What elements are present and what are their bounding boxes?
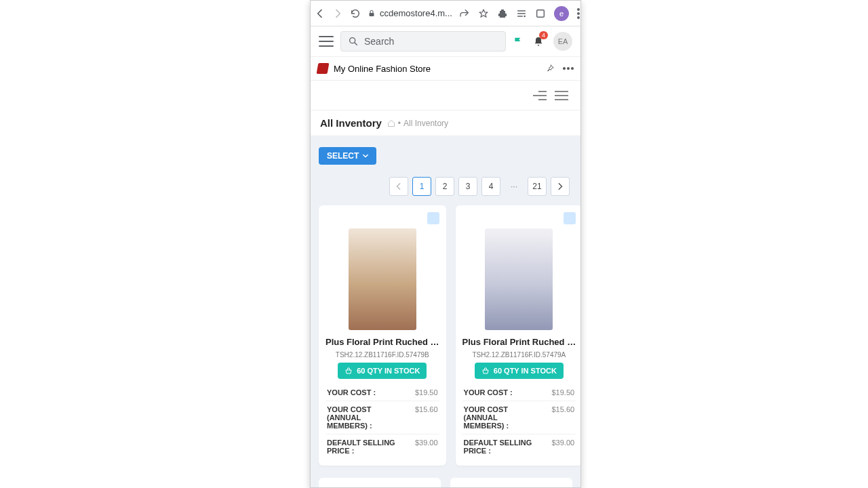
stock-label: 60 QTY IN STOCK xyxy=(357,367,420,375)
heading-row: All Inventory • All Inventory xyxy=(311,110,580,136)
profile-avatar[interactable]: e xyxy=(554,6,569,21)
cost-value: $19.50 xyxy=(552,388,575,396)
home-icon[interactable] xyxy=(387,119,395,127)
reading-list-icon[interactable] xyxy=(516,8,527,19)
page-last[interactable]: 21 xyxy=(528,177,547,196)
breadcrumb-sep: • xyxy=(398,119,401,128)
lock-icon xyxy=(368,9,376,18)
breadcrumb-current: All Inventory xyxy=(403,119,448,128)
select-checkbox[interactable] xyxy=(564,212,576,224)
view-toolbar xyxy=(311,81,580,110)
svg-point-1 xyxy=(524,15,526,17)
app-header: Search 4 EA xyxy=(311,26,580,56)
reload-button[interactable] xyxy=(350,7,361,20)
mobile-browser-viewport: ccdemostore4.m... e xyxy=(310,0,581,488)
cost-label: YOUR COST : xyxy=(327,388,376,396)
search-icon xyxy=(348,36,359,47)
svg-point-8 xyxy=(567,67,570,70)
product-image[interactable] xyxy=(349,228,416,330)
pin-icon[interactable] xyxy=(545,64,555,73)
cost-value: $19.50 xyxy=(415,388,438,396)
product-title: Plus Floral Print Ruched … xyxy=(462,337,576,347)
svg-rect-0 xyxy=(370,13,374,16)
product-image[interactable] xyxy=(485,228,553,330)
stock-button[interactable]: 60 QTY IN STOCK xyxy=(475,363,564,379)
url-text[interactable]: ccdemostore4.m... xyxy=(380,8,452,18)
notifications-button[interactable]: 4 xyxy=(533,35,544,47)
sell-value: $39.00 xyxy=(415,439,438,455)
cost-label: YOUR COST : xyxy=(464,388,513,396)
page-3[interactable]: 3 xyxy=(458,177,477,196)
share-icon[interactable] xyxy=(459,8,470,19)
svg-point-7 xyxy=(563,67,566,70)
sell-label: DEFAULT SELLING PRICE : xyxy=(327,439,415,455)
pagination: 1 2 3 4 ··· 21 xyxy=(321,177,570,196)
page-ellipsis: ··· xyxy=(505,177,524,196)
tab-icon[interactable] xyxy=(535,8,546,19)
product-title: Plus Floral Print Ruched … xyxy=(326,337,439,347)
stock-button[interactable]: 60 QTY IN STOCK xyxy=(338,363,427,379)
flag-icon[interactable] xyxy=(513,35,524,47)
svg-point-5 xyxy=(577,16,580,19)
stock-label: 60 QTY IN STOCK xyxy=(494,367,557,375)
filter-icon[interactable] xyxy=(533,91,547,100)
more-icon[interactable] xyxy=(563,67,574,70)
product-card[interactable]: Plus Floral Print Ruched … TSH2.12.ZB117… xyxy=(456,205,580,466)
product-sku: TSH2.12.ZB11716F.ID.57479B xyxy=(336,351,429,359)
basket-icon xyxy=(481,367,490,375)
select-label: SELECT xyxy=(327,151,359,161)
store-name: My Online Fashion Store xyxy=(334,64,431,74)
product-grid: Plus Floral Print Ruched … TSH2.12.ZB117… xyxy=(319,205,572,466)
annual-label: YOUR COST (ANNUAL MEMBERS) : xyxy=(464,405,532,430)
product-sku: TSH2.12.ZB11716F.ID.57479A xyxy=(472,351,566,359)
svg-point-4 xyxy=(577,12,580,15)
annual-value: $15.60 xyxy=(415,405,438,430)
star-icon[interactable] xyxy=(478,8,489,19)
page-1[interactable]: 1 xyxy=(412,177,431,196)
svg-point-9 xyxy=(571,67,574,70)
store-logo-icon xyxy=(317,63,330,74)
page-4[interactable]: 4 xyxy=(481,177,500,196)
page-2[interactable]: 2 xyxy=(435,177,454,196)
search-placeholder: Search xyxy=(364,36,394,47)
extensions-icon[interactable] xyxy=(497,8,508,19)
list-view-icon[interactable] xyxy=(555,91,568,100)
annual-value: $15.60 xyxy=(552,405,575,430)
context-bar: My Online Fashion Store xyxy=(311,56,580,81)
user-avatar[interactable]: EA xyxy=(553,32,572,51)
notification-count: 4 xyxy=(539,31,548,39)
select-button[interactable]: SELECT xyxy=(319,147,376,165)
kebab-menu-icon[interactable] xyxy=(577,8,580,19)
svg-point-6 xyxy=(350,38,355,43)
product-card[interactable]: Plus Floral Print Ruched … TSH2.12.ZB117… xyxy=(319,205,446,466)
menu-button[interactable] xyxy=(319,36,334,47)
browser-toolbar: ccdemostore4.m... e xyxy=(311,1,580,26)
next-row-preview xyxy=(319,478,572,487)
annual-label: YOUR COST (ANNUAL MEMBERS) : xyxy=(327,405,395,430)
page-title: All Inventory xyxy=(320,117,382,129)
search-input[interactable]: Search xyxy=(340,31,506,52)
forward-button[interactable] xyxy=(332,7,343,20)
svg-rect-2 xyxy=(537,9,545,17)
sell-value: $39.00 xyxy=(552,439,575,455)
svg-point-3 xyxy=(577,8,580,11)
page-next[interactable] xyxy=(551,177,570,196)
select-checkbox[interactable] xyxy=(427,212,439,224)
back-button[interactable] xyxy=(315,7,326,20)
page-prev[interactable] xyxy=(389,177,408,196)
sell-label: DEFAULT SELLING PRICE : xyxy=(464,439,552,455)
chevron-down-icon xyxy=(363,154,368,158)
basket-icon xyxy=(344,367,353,375)
content-scroll-area[interactable]: All Inventory • All Inventory SELECT 1 2… xyxy=(311,81,580,487)
